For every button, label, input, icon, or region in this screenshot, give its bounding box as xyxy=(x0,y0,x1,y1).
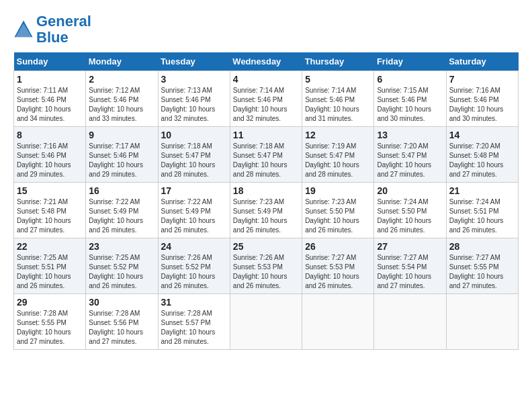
day-info: Sunrise: 7:23 AMSunset: 5:49 PMDaylight:… xyxy=(233,197,299,235)
calendar-cell-17: 17Sunrise: 7:22 AMSunset: 5:49 PMDayligh… xyxy=(158,183,230,238)
calendar-cell-21: 21Sunrise: 7:24 AMSunset: 5:51 PMDayligh… xyxy=(446,183,518,238)
day-info: Sunrise: 7:27 AMSunset: 5:53 PMDaylight:… xyxy=(305,253,371,291)
day-number: 23 xyxy=(89,241,154,252)
day-info: Sunrise: 7:15 AMSunset: 5:46 PMDaylight:… xyxy=(377,86,443,124)
calendar-cell-19: 19Sunrise: 7:23 AMSunset: 5:50 PMDayligh… xyxy=(302,183,374,238)
day-number: 3 xyxy=(161,74,227,85)
day-number: 30 xyxy=(89,297,154,308)
day-number: 22 xyxy=(17,241,83,252)
day-header-tuesday: Tuesday xyxy=(158,52,230,71)
day-info: Sunrise: 7:26 AMSunset: 5:52 PMDaylight:… xyxy=(161,253,227,291)
calendar-cell-30: 30Sunrise: 7:28 AMSunset: 5:56 PMDayligh… xyxy=(86,294,158,350)
calendar-cell-empty xyxy=(446,294,518,350)
day-info: Sunrise: 7:14 AMSunset: 5:46 PMDaylight:… xyxy=(305,86,371,124)
day-info: Sunrise: 7:28 AMSunset: 5:57 PMDaylight:… xyxy=(161,309,227,347)
calendar-cell-empty xyxy=(302,294,374,350)
logo-text: General Blue xyxy=(36,13,91,46)
calendar-cell-31: 31Sunrise: 7:28 AMSunset: 5:57 PMDayligh… xyxy=(158,294,230,350)
day-number: 14 xyxy=(449,130,515,140)
calendar-cell-5: 5Sunrise: 7:14 AMSunset: 5:46 PMDaylight… xyxy=(302,71,374,127)
day-info: Sunrise: 7:26 AMSunset: 5:53 PMDaylight:… xyxy=(233,253,299,291)
calendar-cell-28: 28Sunrise: 7:27 AMSunset: 5:55 PMDayligh… xyxy=(446,238,518,294)
calendar-cell-9: 9Sunrise: 7:17 AMSunset: 5:46 PMDaylight… xyxy=(86,127,158,183)
logo-icon xyxy=(13,19,34,40)
calendar-cell-12: 12Sunrise: 7:19 AMSunset: 5:47 PMDayligh… xyxy=(302,127,374,183)
calendar-cell-empty xyxy=(230,294,302,350)
calendar-cell-29: 29Sunrise: 7:28 AMSunset: 5:55 PMDayligh… xyxy=(14,294,86,350)
day-info: Sunrise: 7:16 AMSunset: 5:46 PMDaylight:… xyxy=(449,86,515,124)
calendar-cell-3: 3Sunrise: 7:13 AMSunset: 5:46 PMDaylight… xyxy=(158,71,230,127)
day-number: 26 xyxy=(305,241,371,252)
calendar-cell-24: 24Sunrise: 7:26 AMSunset: 5:52 PMDayligh… xyxy=(158,238,230,294)
day-info: Sunrise: 7:28 AMSunset: 5:56 PMDaylight:… xyxy=(89,309,154,347)
day-info: Sunrise: 7:28 AMSunset: 5:55 PMDaylight:… xyxy=(17,309,83,347)
day-number: 13 xyxy=(377,130,443,140)
day-info: Sunrise: 7:21 AMSunset: 5:48 PMDaylight:… xyxy=(17,197,83,235)
day-header-saturday: Saturday xyxy=(446,52,518,71)
calendar-cell-27: 27Sunrise: 7:27 AMSunset: 5:54 PMDayligh… xyxy=(374,238,446,294)
calendar-cell-4: 4Sunrise: 7:14 AMSunset: 5:46 PMDaylight… xyxy=(230,71,302,127)
day-number: 25 xyxy=(233,241,299,252)
day-info: Sunrise: 7:24 AMSunset: 5:50 PMDaylight:… xyxy=(377,197,443,235)
day-info: Sunrise: 7:22 AMSunset: 5:49 PMDaylight:… xyxy=(89,197,154,235)
calendar-cell-25: 25Sunrise: 7:26 AMSunset: 5:53 PMDayligh… xyxy=(230,238,302,294)
day-info: Sunrise: 7:19 AMSunset: 5:47 PMDaylight:… xyxy=(305,142,371,179)
calendar-table: SundayMondayTuesdayWednesdayThursdayFrid… xyxy=(13,52,519,350)
day-number: 29 xyxy=(17,297,83,308)
calendar-week-1: 1Sunrise: 7:11 AMSunset: 5:46 PMDaylight… xyxy=(14,71,519,127)
calendar-cell-15: 15Sunrise: 7:21 AMSunset: 5:48 PMDayligh… xyxy=(14,183,86,238)
calendar-cell-6: 6Sunrise: 7:15 AMSunset: 5:46 PMDaylight… xyxy=(374,71,446,127)
day-info: Sunrise: 7:18 AMSunset: 5:47 PMDaylight:… xyxy=(233,142,299,179)
calendar-cell-empty xyxy=(374,294,446,350)
day-number: 18 xyxy=(233,185,299,196)
calendar-cell-11: 11Sunrise: 7:18 AMSunset: 5:47 PMDayligh… xyxy=(230,127,302,183)
day-info: Sunrise: 7:13 AMSunset: 5:46 PMDaylight:… xyxy=(161,86,227,124)
day-info: Sunrise: 7:25 AMSunset: 5:51 PMDaylight:… xyxy=(17,253,83,291)
day-number: 8 xyxy=(17,130,83,140)
calendar-week-4: 22Sunrise: 7:25 AMSunset: 5:51 PMDayligh… xyxy=(14,238,519,294)
day-number: 2 xyxy=(89,74,154,85)
day-info: Sunrise: 7:20 AMSunset: 5:47 PMDaylight:… xyxy=(377,142,443,179)
calendar-cell-20: 20Sunrise: 7:24 AMSunset: 5:50 PMDayligh… xyxy=(374,183,446,238)
day-number: 9 xyxy=(89,130,154,140)
day-info: Sunrise: 7:27 AMSunset: 5:54 PMDaylight:… xyxy=(377,253,443,291)
day-header-wednesday: Wednesday xyxy=(230,52,302,71)
day-number: 4 xyxy=(233,74,299,85)
day-number: 7 xyxy=(449,74,515,85)
day-number: 21 xyxy=(449,185,515,196)
day-info: Sunrise: 7:16 AMSunset: 5:46 PMDaylight:… xyxy=(17,142,83,179)
day-header-sunday: Sunday xyxy=(14,52,86,71)
day-header-thursday: Thursday xyxy=(302,52,374,71)
day-info: Sunrise: 7:20 AMSunset: 5:48 PMDaylight:… xyxy=(449,142,515,179)
day-number: 11 xyxy=(233,130,299,140)
day-header-friday: Friday xyxy=(374,52,446,71)
calendar-cell-16: 16Sunrise: 7:22 AMSunset: 5:49 PMDayligh… xyxy=(86,183,158,238)
day-info: Sunrise: 7:25 AMSunset: 5:52 PMDaylight:… xyxy=(89,253,154,291)
day-number: 5 xyxy=(305,74,371,85)
calendar-cell-8: 8Sunrise: 7:16 AMSunset: 5:46 PMDaylight… xyxy=(14,127,86,183)
day-info: Sunrise: 7:27 AMSunset: 5:55 PMDaylight:… xyxy=(449,253,515,291)
day-number: 15 xyxy=(17,185,83,196)
day-info: Sunrise: 7:23 AMSunset: 5:50 PMDaylight:… xyxy=(305,197,371,235)
day-info: Sunrise: 7:18 AMSunset: 5:47 PMDaylight:… xyxy=(161,142,227,179)
day-info: Sunrise: 7:11 AMSunset: 5:46 PMDaylight:… xyxy=(17,86,83,124)
day-number: 19 xyxy=(305,185,371,196)
day-header-monday: Monday xyxy=(86,52,158,71)
calendar-cell-26: 26Sunrise: 7:27 AMSunset: 5:53 PMDayligh… xyxy=(302,238,374,294)
day-info: Sunrise: 7:22 AMSunset: 5:49 PMDaylight:… xyxy=(161,197,227,235)
calendar-cell-2: 2Sunrise: 7:12 AMSunset: 5:46 PMDaylight… xyxy=(86,71,158,127)
day-info: Sunrise: 7:17 AMSunset: 5:46 PMDaylight:… xyxy=(89,142,154,179)
calendar-cell-23: 23Sunrise: 7:25 AMSunset: 5:52 PMDayligh… xyxy=(86,238,158,294)
svg-marker-1 xyxy=(15,24,32,37)
calendar-cell-14: 14Sunrise: 7:20 AMSunset: 5:48 PMDayligh… xyxy=(446,127,518,183)
day-number: 12 xyxy=(305,130,371,140)
day-number: 1 xyxy=(17,74,83,85)
day-number: 6 xyxy=(377,74,443,85)
header-row: SundayMondayTuesdayWednesdayThursdayFrid… xyxy=(14,52,519,71)
calendar-cell-18: 18Sunrise: 7:23 AMSunset: 5:49 PMDayligh… xyxy=(230,183,302,238)
logo: General Blue xyxy=(13,13,91,46)
day-number: 17 xyxy=(161,185,227,196)
page-header: General Blue xyxy=(13,13,519,46)
day-number: 27 xyxy=(377,241,443,252)
day-info: Sunrise: 7:12 AMSunset: 5:46 PMDaylight:… xyxy=(89,86,154,124)
